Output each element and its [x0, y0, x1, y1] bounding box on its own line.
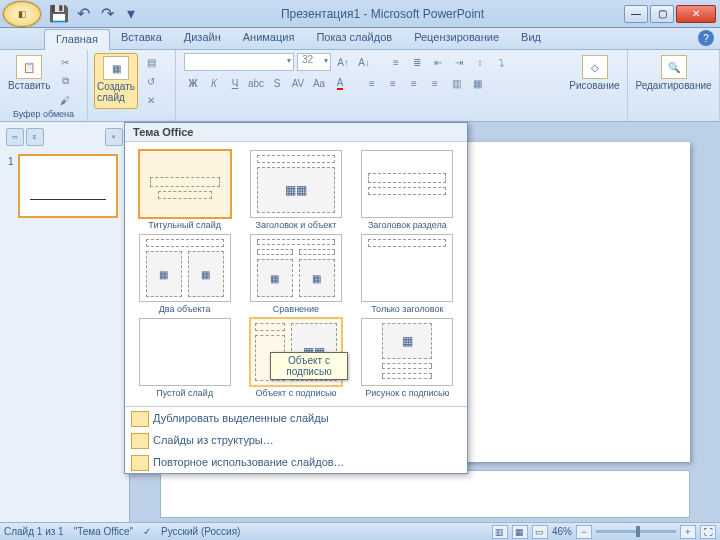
align-left-icon[interactable]: ≡ — [363, 74, 381, 92]
delete-icon[interactable]: ✕ — [142, 91, 160, 109]
bold-icon[interactable]: Ж — [184, 74, 202, 92]
convert-smartart-icon[interactable]: ▦ — [468, 74, 486, 92]
clipboard-label: Буфер обмена — [13, 109, 74, 119]
layout-comparison[interactable]: ▦ ▦ Сравнение — [244, 234, 347, 314]
layout-preview — [361, 234, 453, 302]
slides-from-outline[interactable]: Слайды из структуры… — [125, 429, 467, 451]
font-color-icon[interactable]: A — [331, 74, 349, 92]
help-icon[interactable]: ? — [698, 30, 714, 46]
view-slideshow-icon[interactable]: ▭ — [532, 525, 548, 539]
redo-icon[interactable]: ↷ — [97, 4, 117, 24]
font-size-select[interactable]: 32 — [297, 53, 331, 71]
drawing-button[interactable]: ◇ Рисование — [567, 53, 621, 93]
char-spacing-icon[interactable]: AV — [289, 74, 307, 92]
copy-icon[interactable]: ⧉ — [56, 72, 74, 90]
group-editing: 🔍 Редактирование — [628, 50, 720, 121]
status-bar: Слайд 1 из 1 "Тема Office" ✓ Русский (Ро… — [0, 522, 720, 540]
layout-content-caption[interactable]: ▦▦ Объект с подписью Объект с подписью — [244, 318, 347, 398]
work-area: ▭ ≡ × РНЛ» т… Тема Office Титульный слай… — [0, 122, 720, 522]
indent-inc-icon[interactable]: ⇥ — [450, 53, 468, 71]
shadow-icon[interactable]: S — [268, 74, 286, 92]
maximize-button[interactable]: ▢ — [650, 5, 674, 23]
layout-icon[interactable]: ▤ — [142, 53, 160, 71]
duplicate-slides[interactable]: Дублировать выделенные слайды — [125, 407, 467, 429]
layout-section-header[interactable]: Заголовок раздела — [356, 150, 459, 230]
status-slide-count: Слайд 1 из 1 — [4, 526, 64, 537]
shrink-font-icon[interactable]: A↓ — [355, 53, 373, 71]
tab-slideshow[interactable]: Показ слайдов — [305, 28, 403, 49]
cut-icon[interactable]: ✂ — [56, 53, 74, 71]
editing-button[interactable]: 🔍 Редактирование — [633, 53, 713, 93]
find-icon: 🔍 — [661, 55, 687, 79]
layout-tooltip: Объект с подписью — [270, 352, 347, 380]
quick-access-toolbar: 💾 ↶ ↷ ▾ — [49, 4, 141, 24]
ribbon: 📋 Вставить ✂ ⧉ 🖌 Буфер обмена ▦ Создать … — [0, 50, 720, 122]
fit-window-icon[interactable]: ⛶ — [700, 525, 716, 539]
reset-icon[interactable]: ↺ — [142, 72, 160, 90]
line-spacing-icon[interactable]: ↕ — [471, 53, 489, 71]
titlebar: ◧ 💾 ↶ ↷ ▾ Презентация1 - Microsoft Power… — [0, 0, 720, 28]
zoom-slider[interactable] — [596, 530, 676, 533]
tab-view[interactable]: Вид — [510, 28, 552, 49]
grow-font-icon[interactable]: A↑ — [334, 53, 352, 71]
close-button[interactable]: ✕ — [676, 5, 716, 23]
paste-button[interactable]: 📋 Вставить — [6, 53, 52, 109]
layout-title-slide[interactable]: Титульный слайд — [133, 150, 236, 230]
layout-two-content[interactable]: ▦ ▦ Два объекта — [133, 234, 236, 314]
outline-tab-icon[interactable]: ≡ — [26, 128, 44, 146]
italic-icon[interactable]: К — [205, 74, 223, 92]
indent-dec-icon[interactable]: ⇤ — [429, 53, 447, 71]
slides-small: ▤ ↺ ✕ — [142, 53, 169, 109]
bullets-icon[interactable]: ≡ — [387, 53, 405, 71]
strike-icon[interactable]: abc — [247, 74, 265, 92]
ribbon-tabs: Главная Вставка Дизайн Анимация Показ сл… — [0, 28, 720, 50]
layout-preview: ▦ ▦ — [250, 234, 342, 302]
zoom-in-icon[interactable]: + — [680, 525, 696, 539]
tab-design[interactable]: Дизайн — [173, 28, 232, 49]
columns-icon[interactable]: ▥ — [447, 74, 465, 92]
text-direction-icon[interactable]: ⤵ — [492, 53, 510, 71]
slide-thumbnail-1[interactable] — [18, 154, 118, 218]
tab-insert[interactable]: Вставка — [110, 28, 173, 49]
gallery-footer: Дублировать выделенные слайды Слайды из … — [125, 406, 467, 473]
save-icon[interactable]: 💾 — [49, 4, 69, 24]
layout-title-only[interactable]: Только заголовок — [356, 234, 459, 314]
spellcheck-icon[interactable]: ✓ — [143, 526, 151, 537]
justify-icon[interactable]: ≡ — [426, 74, 444, 92]
layout-blank[interactable]: Пустой слайд — [133, 318, 236, 398]
layout-preview — [361, 150, 453, 218]
close-panel-icon[interactable]: × — [105, 128, 123, 146]
reuse-slides[interactable]: Повторное использование слайдов… — [125, 451, 467, 473]
format-painter-icon[interactable]: 🖌 — [56, 91, 74, 109]
thumb-content — [30, 172, 106, 200]
group-clipboard: 📋 Вставить ✂ ⧉ 🖌 Буфер обмена — [0, 50, 88, 121]
layout-gallery: Тема Office Титульный слайд ▦▦ Заголовок… — [124, 122, 468, 474]
align-right-icon[interactable]: ≡ — [405, 74, 423, 92]
layout-picture-caption[interactable]: ▦ Рисунок с подписью — [356, 318, 459, 398]
group-font: 32 A↑ A↓ ≡ ≣ ⇤ ⇥ ↕ ⤵ Ж К Ч abc S AV Aa A… — [176, 50, 562, 121]
font-family-select[interactable] — [184, 53, 294, 71]
new-slide-button[interactable]: ▦ Создать слайд — [94, 53, 138, 109]
case-icon[interactable]: Aa — [310, 74, 328, 92]
window-controls: — ▢ ✕ — [624, 5, 716, 23]
notes-pane[interactable] — [160, 470, 690, 518]
office-button[interactable]: ◧ — [3, 1, 41, 27]
zoom-out-icon[interactable]: − — [576, 525, 592, 539]
tab-animation[interactable]: Анимация — [232, 28, 306, 49]
group-drawing: ◇ Рисование — [562, 50, 628, 121]
layout-title-content[interactable]: ▦▦ Заголовок и объект — [244, 150, 347, 230]
align-center-icon[interactable]: ≡ — [384, 74, 402, 92]
layout-preview: ▦▦ — [250, 150, 342, 218]
undo-icon[interactable]: ↶ — [73, 4, 93, 24]
zoom-value: 46% — [552, 526, 572, 537]
view-sorter-icon[interactable]: ▦ — [512, 525, 528, 539]
view-normal-icon[interactable]: ▥ — [492, 525, 508, 539]
numbering-icon[interactable]: ≣ — [408, 53, 426, 71]
underline-icon[interactable]: Ч — [226, 74, 244, 92]
minimize-button[interactable]: — — [624, 5, 648, 23]
status-language[interactable]: Русский (Россия) — [161, 526, 240, 537]
slides-tab-icon[interactable]: ▭ — [6, 128, 24, 146]
tab-home[interactable]: Главная — [44, 29, 110, 50]
tab-review[interactable]: Рецензирование — [403, 28, 510, 49]
qat-more-icon[interactable]: ▾ — [121, 4, 141, 24]
